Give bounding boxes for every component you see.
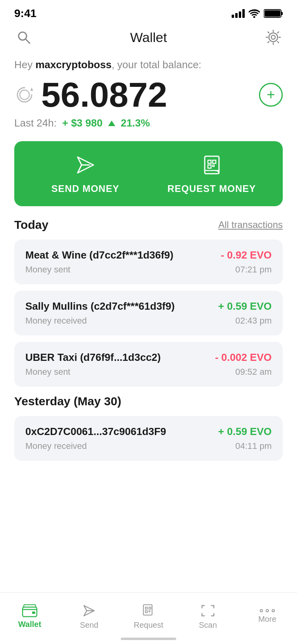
request-money-icon <box>200 153 224 177</box>
balance-amount-wrap: 56.0872 <box>14 77 167 112</box>
tx-left: 0xC2D7C0061...37c9061d3F9 Money received <box>25 426 166 451</box>
add-balance-button[interactable]: + <box>259 83 283 107</box>
tx-subtitle: Money sent <box>25 367 161 377</box>
yesterday-title: Yesterday (May 30) <box>14 395 121 408</box>
tx-subtitle: Money sent <box>25 264 173 275</box>
svg-line-4 <box>26 39 30 43</box>
tx-right: + 0.59 EVO 02:43 pm <box>218 300 272 326</box>
tx-name: Sally Mullins (c2d7cf***61d3f9) <box>25 300 175 312</box>
page-title: Wallet <box>130 30 167 45</box>
svg-rect-19 <box>143 605 152 615</box>
nav-scan-label: Scan <box>199 621 217 630</box>
today-header: Today All transactions <box>14 218 283 232</box>
wifi-icon <box>249 9 260 18</box>
scan-nav-icon <box>200 603 215 618</box>
send-money-icon <box>74 153 97 177</box>
status-icons <box>232 9 283 18</box>
gear-icon <box>265 29 281 45</box>
tx-amount: + 0.59 EVO <box>218 300 272 312</box>
tx-time: 09:52 am <box>215 367 272 377</box>
signal-icon <box>232 9 245 18</box>
tx-amount: - 0.92 EVO <box>221 249 272 261</box>
balance-row: 56.0872 + <box>14 77 283 112</box>
action-banner: SEND MONEY REQUEST MONEY <box>14 141 283 206</box>
nav-item-request[interactable]: Request <box>119 593 178 636</box>
svg-rect-10 <box>208 160 211 163</box>
table-row[interactable]: UBER Taxi (d76f9f...1d3cc2) Money sent -… <box>14 342 283 387</box>
status-time: 9:41 <box>14 7 36 20</box>
status-bar: 9:41 <box>0 0 297 24</box>
balance-section: Hey maxcryptoboss, your total balance: 5… <box>0 55 297 137</box>
request-money-button[interactable]: REQUEST MONEY <box>148 153 275 194</box>
tx-time: 04:11 pm <box>218 441 272 451</box>
request-money-label: REQUEST MONEY <box>168 183 256 194</box>
svg-rect-20 <box>145 607 147 609</box>
balance-change-row: Last 24h: + $3 980 21.3% <box>14 117 283 129</box>
nav-item-send[interactable]: Send <box>59 593 119 636</box>
tx-amount: - 0.002 EVO <box>215 351 272 364</box>
page-header: Wallet <box>0 24 297 55</box>
tx-subtitle: Money received <box>25 316 175 326</box>
nav-item-scan[interactable]: Scan <box>178 593 238 636</box>
all-transactions-link[interactable]: All transactions <box>218 219 283 230</box>
nav-wallet-label: Wallet <box>18 620 41 629</box>
search-button[interactable] <box>14 28 33 47</box>
settings-button[interactable] <box>264 28 283 47</box>
today-title: Today <box>14 218 48 232</box>
tx-right: - 0.92 EVO 07:21 pm <box>221 249 272 275</box>
request-nav-icon <box>141 603 156 618</box>
nav-item-wallet[interactable]: Wallet <box>0 593 59 636</box>
svg-rect-2 <box>265 10 280 17</box>
balance-amount: 56.0872 <box>41 77 167 112</box>
svg-rect-16 <box>32 611 35 614</box>
battery-icon <box>264 9 283 18</box>
svg-rect-11 <box>213 160 216 163</box>
wallet-nav-icon <box>22 604 38 617</box>
yesterday-section: Yesterday (May 30) 0xC2D7C0061...37c9061… <box>14 395 283 461</box>
send-money-button[interactable]: SEND MONEY <box>22 153 148 194</box>
sync-icon <box>14 84 35 105</box>
tx-left: UBER Taxi (d76f9f...1d3cc2) Money sent <box>25 351 161 377</box>
table-row[interactable]: Sally Mullins (c2d7cf***61d3f9) Money re… <box>14 291 283 335</box>
tx-left: Meat & Wine (d7cc2f***1d36f9) Money sent <box>25 249 173 275</box>
svg-rect-22 <box>145 611 147 613</box>
nav-send-label: Send <box>80 621 99 630</box>
svg-rect-13 <box>213 165 214 167</box>
nav-more-label: More <box>258 615 276 624</box>
send-money-label: SEND MONEY <box>51 183 119 194</box>
table-row[interactable]: 0xC2D7C0061...37c9061d3F9 Money received… <box>14 416 283 461</box>
svg-rect-21 <box>149 607 151 609</box>
tx-name: UBER Taxi (d76f9f...1d3cc2) <box>25 351 161 364</box>
send-nav-icon <box>82 603 97 618</box>
yesterday-header: Yesterday (May 30) <box>14 395 283 408</box>
tx-name: 0xC2D7C0061...37c9061d3F9 <box>25 426 166 438</box>
trend-up-icon <box>108 121 115 126</box>
balance-change-percent: 21.3% <box>121 117 150 129</box>
tx-time: 07:21 pm <box>221 264 272 275</box>
username: maxcryptoboss <box>35 59 111 71</box>
balance-change-label: Last 24h: <box>14 117 57 129</box>
home-indicator <box>121 638 176 640</box>
tx-name: Meat & Wine (d7cc2f***1d36f9) <box>25 249 173 261</box>
tx-right: - 0.002 EVO 09:52 am <box>215 351 272 377</box>
svg-rect-12 <box>208 165 211 168</box>
nav-request-label: Request <box>134 621 164 630</box>
tx-left: Sally Mullins (c2d7cf***61d3f9) Money re… <box>25 300 175 326</box>
svg-rect-23 <box>149 611 150 612</box>
svg-point-5 <box>271 35 275 39</box>
bottom-nav: Wallet Send Request Scan <box>0 592 297 644</box>
balance-greeting: Hey maxcryptoboss, your total balance: <box>14 59 283 71</box>
tx-right: + 0.59 EVO 04:11 pm <box>218 426 272 451</box>
transactions-section: Today All transactions Meat & Wine (d7cc… <box>0 218 297 461</box>
search-icon <box>17 30 31 44</box>
svg-rect-1 <box>281 12 283 15</box>
tx-subtitle: Money received <box>25 441 166 451</box>
tx-amount: + 0.59 EVO <box>218 426 272 438</box>
tx-time: 02:43 pm <box>218 316 272 326</box>
balance-change-amount: + $3 980 <box>62 117 103 129</box>
nav-item-more[interactable]: More <box>238 593 297 636</box>
more-nav-icon <box>260 609 275 612</box>
table-row[interactable]: Meat & Wine (d7cc2f***1d36f9) Money sent… <box>14 240 283 284</box>
